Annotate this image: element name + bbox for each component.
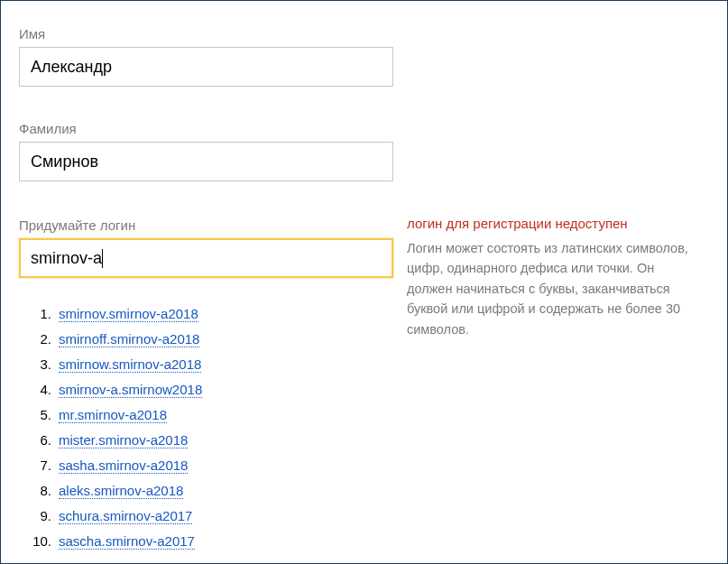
login-suggestion-item: schura.smirnov-a2017 [32,504,398,529]
login-suggestion-link[interactable]: mr.smirnov-a2018 [59,407,167,423]
login-input-value: smirnov-a [31,240,102,276]
login-input[interactable]: smirnov-a [19,238,393,278]
hint-column: логин для регистрации недоступен Логин м… [398,8,696,339]
login-suggestion-link[interactable]: sascha.smirnov-a2017 [59,533,195,550]
login-suggestion-item: mr.smirnov-a2018 [32,402,398,428]
login-error-title: логин для регистрации недоступен [407,216,696,231]
last-name-label: Фамилия [19,121,398,136]
login-suggestion-item: sasha.smirnov-a2018 [32,453,398,478]
login-suggestion-item: smirnow.smirnov-a2018 [32,352,398,377]
login-suggestion-link[interactable]: schura.smirnov-a2017 [59,508,192,524]
login-suggestions-list: smirnov.smirnov-a2018smirnoff.smirnov-a2… [32,301,398,554]
login-hint-text: Логин может состоять из латинских символ… [407,238,700,339]
text-caret-icon [102,249,103,268]
last-name-input[interactable] [19,142,393,181]
login-suggestion-link[interactable]: smirnow.smirnov-a2018 [59,356,201,373]
first-name-label: Имя [19,26,398,42]
login-suggestion-item: sascha.smirnov-a2017 [32,529,398,554]
registration-form: Имя Фамилия Придумайте логин smirnov-a s… [0,0,728,564]
form-column: Имя Фамилия Придумайте логин smirnov-a s… [1,8,398,554]
login-suggestion-item: smirnoff.smirnov-a2018 [32,327,398,352]
login-suggestion-link[interactable]: sasha.smirnov-a2018 [59,458,188,474]
login-suggestion-item: mister.smirnov-a2018 [32,428,398,453]
login-suggestion-link[interactable]: mister.smirnov-a2018 [59,432,188,448]
login-suggestion-link[interactable]: aleks.smirnov-a2018 [59,483,183,499]
login-suggestion-item: aleks.smirnov-a2018 [32,478,398,504]
login-suggestion-link[interactable]: smirnoff.smirnov-a2018 [59,331,199,347]
login-suggestion-link[interactable]: smirnov.smirnov-a2018 [59,306,198,322]
login-label: Придумайте логин [19,217,398,233]
login-suggestion-link[interactable]: smirnov-a.smirnow2018 [59,382,202,398]
login-suggestion-item: smirnov.smirnov-a2018 [32,301,398,327]
first-name-input[interactable] [19,47,393,87]
login-suggestion-item: smirnov-a.smirnow2018 [32,377,398,402]
